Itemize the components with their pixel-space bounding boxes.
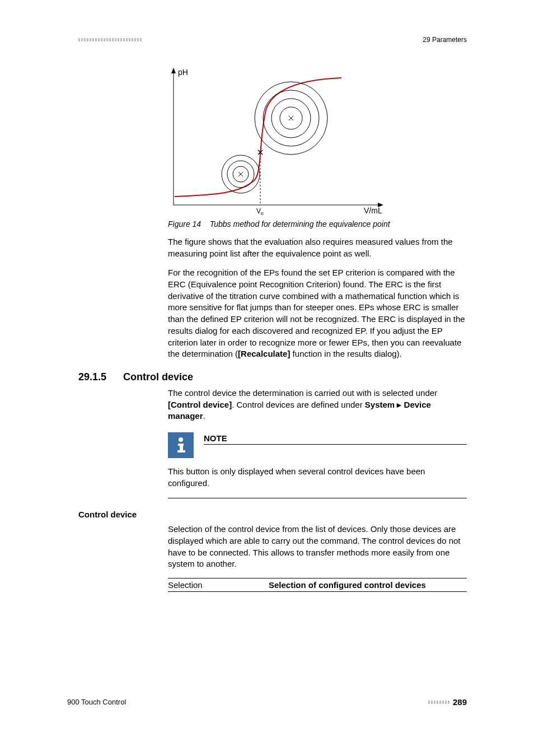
- recalculate-label: [Recalculate]: [238, 349, 290, 358]
- note-title: NOTE: [204, 432, 467, 445]
- svg-text:E: E: [261, 211, 264, 216]
- figure-number: Figure 14: [168, 220, 201, 228]
- paragraph-control-device-intro: The control device the determination is …: [168, 388, 467, 422]
- selection-value: Selection of configured control devices: [269, 580, 426, 590]
- section-heading: 29.1.5 Control device: [78, 371, 467, 383]
- figure-14: pH V/mL V E Figure 14 Tubbs method for d…: [168, 65, 467, 228]
- param-body-control-device: Selection of the control device from the…: [168, 524, 467, 570]
- control-device-bold: [Control device]: [168, 400, 232, 409]
- svg-text:pH: pH: [178, 68, 188, 77]
- page-footer: 900 Touch Control 289: [67, 697, 467, 707]
- svg-point-22: [179, 437, 183, 442]
- section-number: 29.1.5: [78, 371, 112, 383]
- note-box: NOTE This button is only displayed when …: [168, 432, 467, 498]
- paragraph-figure-explanation: The figure shows that the evaluation als…: [168, 236, 467, 259]
- figure-caption: Figure 14 Tubbs method for determining t…: [168, 220, 467, 228]
- page-header: 29 Parameters: [78, 36, 467, 44]
- paragraph-ep-recognition: For the recognition of the EPs found the…: [168, 267, 467, 360]
- tubbs-method-chart: pH V/mL V E: [168, 65, 392, 216]
- svg-text:V/mL: V/mL: [364, 206, 382, 215]
- page-number: 289: [453, 697, 467, 707]
- selection-row: Selection Selection of configured contro…: [168, 578, 467, 592]
- svg-rect-24: [180, 444, 183, 451]
- svg-marker-1: [171, 68, 176, 73]
- figure-caption-text: Tubbs method for determining the equival…: [210, 220, 390, 228]
- footer-product: 900 Touch Control: [67, 698, 126, 706]
- note-body: This button is only displayed when sever…: [168, 466, 467, 498]
- header-ornament-dashes: [78, 38, 142, 41]
- section-title: Control device: [123, 371, 193, 383]
- svg-rect-25: [177, 450, 185, 452]
- svg-text:V: V: [256, 207, 261, 215]
- footer-ornament-dashes: [428, 701, 449, 704]
- param-heading-control-device: Control device: [78, 510, 467, 519]
- info-icon: [168, 432, 194, 458]
- header-section-label: 29 Parameters: [423, 36, 467, 44]
- selection-label: Selection: [168, 580, 269, 590]
